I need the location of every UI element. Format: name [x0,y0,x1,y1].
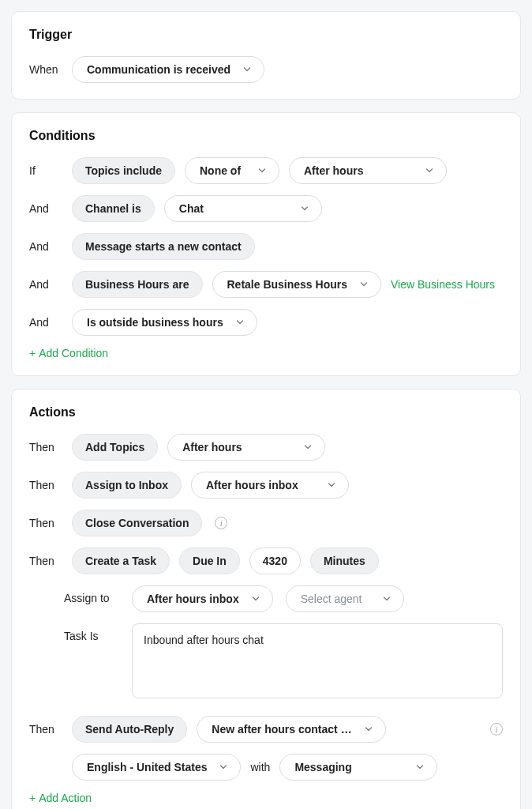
info-icon[interactable]: i [490,723,503,736]
condition-chip-newcontact[interactable]: Message starts a new contact [72,233,255,260]
action-inbox-value: After hours inbox [206,479,298,491]
action-inbox-select[interactable]: After hours inbox [191,472,349,499]
assign-to-label: Assign to [64,585,119,604]
condition-row-2: And Channel is Chat [29,195,503,222]
condition-row-1: If Topics include None of After hours [29,157,503,184]
condition-bh-value: Retale Business Hours [227,278,348,291]
then-label: Then [29,555,62,567]
trigger-event-value: Communication is received [87,63,230,76]
autoreply-locale-select[interactable]: English - United States [72,754,241,781]
condition-channel-select[interactable]: Chat [164,195,322,222]
condition-op-select[interactable]: None of [185,157,279,184]
and-label: And [29,316,62,329]
assign-inbox-value: After hours inbox [147,593,239,605]
action-row-5b: English - United States with Messaging [72,754,503,781]
actions-card: Actions Then Add Topics After hours Then… [11,389,521,809]
condition-chip-topics[interactable]: Topics include [72,157,175,184]
chevron-down-icon [299,203,310,214]
and-label: And [29,202,62,215]
assign-to-row: Assign to After hours inbox Select agent [64,585,503,612]
conditions-title: Conditions [29,129,503,143]
autoreply-locale-value: English - United States [87,761,207,773]
chevron-down-icon [381,593,392,604]
trigger-row: When Communication is received [29,56,503,83]
add-action-button[interactable]: +Add Action [29,792,92,804]
action-topics-select[interactable]: After hours [167,434,325,461]
condition-chip-bh[interactable]: Business Hours are [72,271,203,298]
autoreply-template-select[interactable]: New after hours contact … [197,716,385,743]
condition-row-3: And Message starts a new contact [29,233,503,260]
if-label: If [29,164,62,177]
then-label: Then [29,441,62,453]
condition-value-select[interactable]: After hours [289,157,447,184]
action-row-2: Then Assign to Inbox After hours inbox [29,472,503,499]
assign-agent-select[interactable]: Select agent [286,585,404,612]
condition-bh-select[interactable]: Retale Business Hours [212,271,382,298]
action-chip-addtopics[interactable]: Add Topics [72,434,158,461]
condition-op-value: None of [200,164,241,177]
add-condition-row: +Add Condition [29,347,503,359]
trigger-title: Trigger [29,28,503,42]
due-value-input[interactable]: 4320 [249,547,301,574]
action-row-5: Then Send Auto-Reply New after hours con… [29,716,503,743]
add-condition-button[interactable]: +Add Condition [29,347,108,359]
condition-channel-value: Chat [179,202,204,215]
task-textarea[interactable] [132,623,503,698]
autoreply-channel-select[interactable]: Messaging [279,754,437,781]
add-action-row: +Add Action [29,792,503,804]
condition-chip-channel[interactable]: Channel is [72,195,155,222]
assign-agent-placeholder: Select agent [301,593,362,605]
chevron-down-icon [358,279,369,290]
task-is-row: Task Is [64,623,503,698]
then-label: Then [29,723,62,736]
chevron-down-icon [326,480,337,491]
chevron-down-icon [302,442,313,453]
action-topics-value: After hours [182,441,242,453]
chevron-down-icon [218,762,229,773]
conditions-card: Conditions If Topics include None of Aft… [11,112,521,376]
action-chip-duein[interactable]: Due In [179,547,240,574]
chevron-down-icon [363,724,374,735]
chevron-down-icon [234,317,245,328]
plus-icon: + [29,347,36,359]
condition-value: After hours [304,164,363,177]
action-chip-unit[interactable]: Minutes [310,547,379,574]
with-label: with [250,761,270,773]
autoreply-template-value: New after hours contact … [212,723,351,736]
autoreply-channel-value: Messaging [294,761,351,773]
trigger-event-select[interactable]: Communication is received [72,56,264,83]
view-business-hours-link[interactable]: View Business Hours [391,278,495,291]
chevron-down-icon [424,165,435,176]
actions-title: Actions [29,405,503,420]
action-row-3: Then Close Conversation i [29,510,503,536]
condition-row-4: And Business Hours are Retale Business H… [29,271,503,298]
action-chip-createtask[interactable]: Create a Task [72,547,170,574]
chevron-down-icon [414,762,425,773]
chevron-down-icon [242,64,253,75]
task-is-label: Task Is [64,623,119,642]
action-chip-assigninbox[interactable]: Assign to Inbox [72,472,182,499]
then-label: Then [29,517,62,529]
when-label: When [29,63,62,76]
condition-outside-bh-select[interactable]: Is outside business hours [72,309,257,336]
condition-outside-bh-value: Is outside business hours [87,316,223,329]
action-chip-close[interactable]: Close Conversation [72,510,202,536]
then-label: Then [29,479,62,491]
chevron-down-icon [257,165,268,176]
trigger-card: Trigger When Communication is received [11,11,521,100]
plus-icon: + [29,792,36,804]
and-label: And [29,278,62,291]
info-icon[interactable]: i [215,517,227,529]
action-chip-autoreply[interactable]: Send Auto-Reply [72,716,187,743]
action-row-4: Then Create a Task Due In 4320 Minutes [29,547,503,574]
chevron-down-icon [250,593,261,604]
and-label: And [29,240,62,253]
action-row-1: Then Add Topics After hours [29,434,503,461]
assign-inbox-select[interactable]: After hours inbox [132,585,273,612]
condition-row-5: And Is outside business hours [29,309,503,336]
